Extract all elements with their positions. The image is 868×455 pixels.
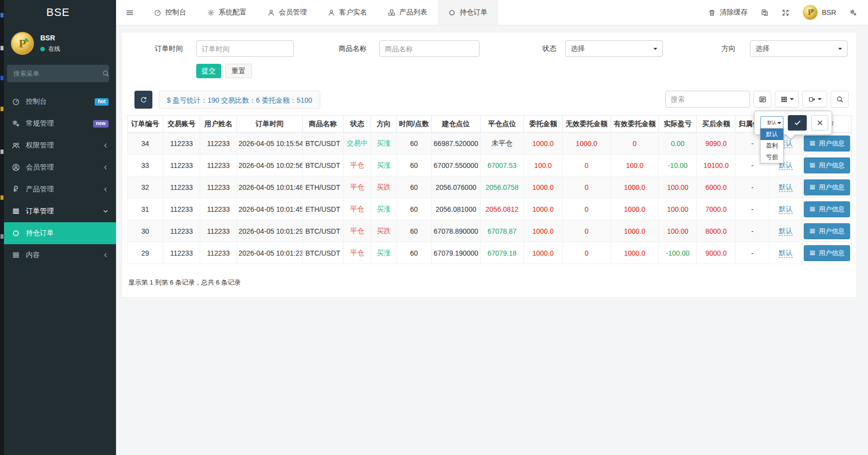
table-cell: 30 xyxy=(127,220,163,242)
table-cell: 1000.0 xyxy=(562,133,611,154)
topbar-tab-kyc[interactable]: 客户实名 xyxy=(317,0,377,25)
sidebar-item-content[interactable]: 内容 xyxy=(0,244,116,266)
export-button[interactable] xyxy=(802,91,827,108)
direction-select[interactable]: 选择 xyxy=(750,40,848,57)
topbar-tab-member[interactable]: 会员管理 xyxy=(257,0,317,25)
sidebar-item-member[interactable]: 会员管理 xyxy=(0,156,116,178)
table-cell: 67079.190000 xyxy=(431,242,481,264)
table-cell: 平仓 xyxy=(343,176,371,198)
order-time-input[interactable] xyxy=(196,40,294,57)
columns-button[interactable] xyxy=(775,91,799,108)
table-cell: 112233 xyxy=(200,198,237,220)
user-info-button[interactable]: 用户信息 xyxy=(804,136,850,152)
refresh-button[interactable] xyxy=(134,91,152,109)
table-cell: 67078.87 xyxy=(481,220,523,242)
table-cell: 112233 xyxy=(163,154,200,176)
gauge-icon xyxy=(154,9,161,16)
table-cell: 1000.0 xyxy=(611,220,659,242)
table-cell: 112233 xyxy=(163,176,200,198)
sidebar-item-label: 内容 xyxy=(26,251,97,260)
table-cell: 买跌 xyxy=(371,220,396,242)
orders-table-wrap: 订单编号交易账号用户姓名订单时间商品名称状态方向时间/点数建仓点位平仓点位委托金… xyxy=(127,115,852,264)
dropdown-option[interactable]: 亏损 xyxy=(760,152,783,163)
grid-icon xyxy=(780,96,788,103)
user-info-button[interactable]: 用户信息 xyxy=(804,245,850,261)
user-info-button[interactable]: 用户信息 xyxy=(804,157,850,173)
column-header: 建仓点位 xyxy=(431,116,481,133)
submit-button[interactable]: 提交 xyxy=(196,64,221,78)
popover-select[interactable]: 默认 xyxy=(760,116,783,130)
user-info-button[interactable]: 用户信息 xyxy=(804,179,850,195)
table-cell: 1000.0 xyxy=(611,176,659,198)
users-icon xyxy=(11,142,20,150)
topbar-tab-system-config[interactable]: 系统配置 xyxy=(197,0,257,25)
language-switch-icon[interactable] xyxy=(761,9,768,16)
pnl-stats-bar: $ 盈亏统计：190 交易比数：6 委托金额：5100 xyxy=(159,91,320,109)
chevron-left-icon xyxy=(103,252,109,258)
sidebar-search-input[interactable] xyxy=(12,69,102,78)
table-toolbar xyxy=(665,91,849,108)
pagination-toggle-button[interactable] xyxy=(753,91,771,108)
table-cell: 1000.0 xyxy=(523,242,562,264)
topbar-user-menu[interactable]: P BSR xyxy=(803,5,836,20)
table-cell: 1000.0 xyxy=(611,242,659,264)
sidebar-item-general[interactable]: 常规管理new xyxy=(0,113,116,135)
search-icon[interactable] xyxy=(102,70,110,77)
risk-mode-edit-link[interactable]: 默认 xyxy=(779,249,793,258)
table-search-input[interactable] xyxy=(665,91,750,108)
status-select[interactable]: 选择 xyxy=(565,40,663,57)
dropdown-option[interactable]: 默认 xyxy=(760,129,783,140)
settings-cogs-icon[interactable] xyxy=(850,9,857,16)
status-select-value: 选择 xyxy=(571,44,585,53)
dropdown-option[interactable]: 盈利 xyxy=(760,140,783,152)
table-cell: 1000.0 xyxy=(523,220,562,242)
topbar-tab-product-list[interactable]: 产品列表 xyxy=(377,0,438,25)
user-circle-icon xyxy=(11,163,20,171)
list-icon xyxy=(809,250,816,256)
popover-confirm-button[interactable] xyxy=(788,115,807,131)
column-header: 用户姓名 xyxy=(200,116,237,133)
risk-mode-edit-link[interactable]: 默认 xyxy=(779,205,793,214)
clear-cache-button[interactable]: 清除缓存 xyxy=(708,8,747,17)
table-cell: 2056.076000 xyxy=(431,176,481,198)
user-info-button[interactable]: 用户信息 xyxy=(804,201,850,217)
table-cell: 2056.0812 xyxy=(481,198,523,220)
table-cell: 0 xyxy=(611,133,659,154)
topbar-tab-position-orders[interactable]: 持仓订单 xyxy=(438,0,498,25)
column-header: 订单时间 xyxy=(237,116,303,133)
search-toggle-button[interactable] xyxy=(831,91,849,108)
sidebar-item-position-orders[interactable]: 持仓订单 xyxy=(0,222,116,244)
user-avatar-small: P xyxy=(803,5,818,20)
table-cell: 8000.0 xyxy=(697,220,736,242)
table-row: 311122331122332026-04-05 10:01:45ETH/USD… xyxy=(127,198,852,220)
sidebar-item-dashboard[interactable]: 控制台hot xyxy=(0,91,116,113)
table-cell: 32 xyxy=(127,176,163,198)
table-cell: 67007.53 xyxy=(481,154,523,176)
list-icon xyxy=(809,162,816,168)
reset-button[interactable]: 重置 xyxy=(225,64,252,78)
product-name-input[interactable] xyxy=(379,40,480,57)
sidebar-item-product[interactable]: ₽产品管理 xyxy=(0,178,116,200)
table-cell: 买涨 xyxy=(371,154,396,176)
orders-table: 订单编号交易账号用户姓名订单时间商品名称状态方向时间/点数建仓点位平仓点位委托金… xyxy=(127,115,852,264)
table-cell: 0 xyxy=(562,242,611,264)
table-cell: 默认 xyxy=(769,176,802,198)
refresh-icon xyxy=(140,96,147,104)
caret-down-icon xyxy=(818,98,822,102)
risk-mode-edit-link[interactable]: 默认 xyxy=(779,183,793,192)
table-header-row: 订单编号交易账号用户姓名订单时间商品名称状态方向时间/点数建仓点位平仓点位委托金… xyxy=(127,116,852,133)
risk-mode-edit-link[interactable]: 默认 xyxy=(779,227,793,236)
sidebar-item-order[interactable]: 订单管理 xyxy=(0,200,116,222)
sidebar-item-permission[interactable]: 权限管理 xyxy=(0,135,116,156)
fullscreen-icon[interactable] xyxy=(782,9,789,16)
menu-icon[interactable] xyxy=(116,0,143,25)
column-header: 有效委托金额 xyxy=(611,116,659,133)
table-cell: - xyxy=(736,176,769,198)
table-cell: 31 xyxy=(127,198,163,220)
list-icon xyxy=(809,228,816,234)
user-avatar[interactable]: P xyxy=(11,32,34,55)
topbar-tab-dashboard[interactable]: 控制台 xyxy=(143,0,197,25)
sidebar: BSE P BSR 在线 控制台hot常规管理new权限管理会员管理₽产品管理订… xyxy=(0,0,116,455)
user-info-button[interactable]: 用户信息 xyxy=(804,223,850,239)
popover-cancel-button[interactable] xyxy=(811,115,828,131)
